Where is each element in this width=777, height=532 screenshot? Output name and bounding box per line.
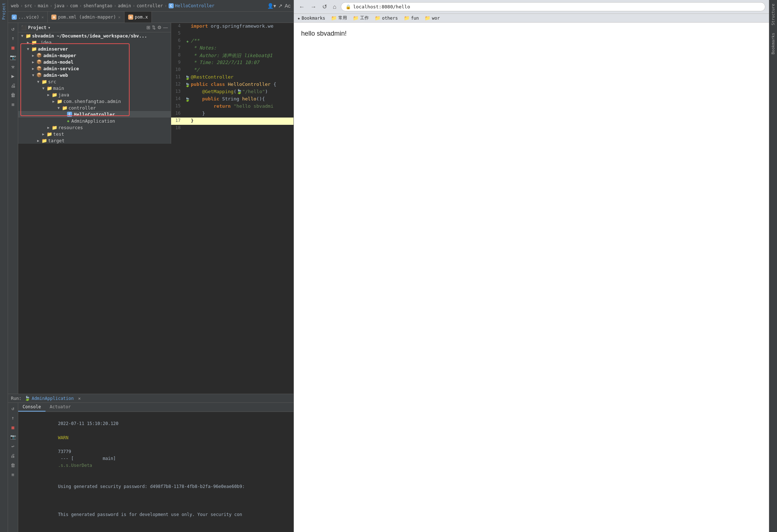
tree-item-controller[interactable]: ▼ 📁 controller — [18, 104, 171, 111]
star-icon: ★ — [297, 16, 300, 21]
tree-header: ⬛ Project ▾ ⊞ ⇅ ⚙ — — [18, 23, 171, 32]
reload-btn[interactable]: ↺ — [321, 3, 328, 11]
tree-item-java[interactable]: ▶ 📁 java — [18, 91, 171, 98]
tree-item-admin-model[interactable]: ▶ 📦 admin-model — [18, 59, 171, 65]
run-settings-btn[interactable]: ≡ — [9, 471, 17, 479]
address-bar[interactable]: 🔒 localhost:8080/hello — [341, 2, 765, 11]
tree-item-admin-service[interactable]: ▶ 📦 admin-service — [18, 65, 171, 72]
run-stop-btn[interactable]: ■ — [9, 423, 17, 431]
run-trash-btn[interactable]: 🗑 — [9, 461, 17, 469]
tree-sort-btn[interactable]: ⇅ — [152, 25, 156, 30]
tree-item-src[interactable]: ▼ 📁 src — [18, 78, 171, 85]
code-line-8: 8 * Author: 涛声依旧 likeboat@1 — [171, 52, 293, 59]
bookmarks-bar: ★ Bookmarks 📁 常用 📁 工作 📁 others 📁 fun 📁 — [294, 14, 769, 23]
run-tab-actuator[interactable]: Actuator — [46, 403, 75, 412]
browser-content: hello sbvadmin! — [294, 23, 769, 532]
lock-icon: 🔒 — [346, 4, 351, 9]
code-editor[interactable]: 4 import org.springframework.we 5 6 ◆ /*… — [171, 23, 293, 394]
structure-label[interactable]: Structure — [770, 0, 777, 29]
build-icon-btn[interactable]: ⚒ — [9, 62, 17, 71]
tree-idea-icon: 📁 — [31, 40, 37, 45]
run-header: Run: 🍃 AdminApplication ✕ — [8, 394, 293, 403]
tree-item-admin-app[interactable]: ◆ AdminApplication — [18, 118, 171, 124]
trash-icon-btn[interactable]: 🗑 — [9, 91, 17, 99]
tab-pom[interactable]: m pom.x — [125, 12, 152, 23]
tree-resources-label: resources — [58, 125, 83, 130]
camera-icon-btn[interactable]: 📷 — [9, 53, 17, 61]
tree-minimize-btn[interactable]: — — [163, 25, 168, 30]
tree-layout-btn[interactable]: ⊞ — [146, 25, 150, 30]
tree-item-resources[interactable]: ▶ 📁 resources — [18, 124, 171, 131]
tree-item-main[interactable]: ▼ 📁 main — [18, 85, 171, 91]
forward-btn[interactable]: → — [309, 3, 318, 11]
person-btn[interactable]: 👤▾ — [267, 3, 276, 9]
tree-mapper-arrow: ▶ — [31, 53, 36, 57]
bookmark-fun[interactable]: 📁 fun — [404, 15, 419, 21]
ai-btn[interactable]: Ac — [285, 3, 291, 9]
code-line-18: 18 — [171, 125, 293, 132]
folder-fun-icon: 📁 — [404, 15, 410, 21]
log-line-2: Using generated security password: d498f… — [21, 476, 291, 497]
back-btn[interactable]: ← — [297, 3, 306, 11]
tab-pom-mapper[interactable]: m pom.xml (admin-mapper) ✕ — [48, 12, 125, 23]
run-screenshot-btn[interactable]: 📷 — [9, 433, 17, 441]
tree-item-admin-mapper[interactable]: ▶ 📦 admin-mapper — [18, 52, 171, 59]
bookmark-wor[interactable]: 📁 wor — [425, 15, 440, 21]
tree-root[interactable]: ▼ 📁 sbvadmin ~/Documents/idea_workspace/… — [18, 32, 171, 39]
up-icon-btn[interactable]: ↑ — [9, 34, 17, 43]
run-console[interactable]: 2022-07-11 15:10:20.120 WARN 73779 --- [… — [18, 412, 293, 532]
bookmark-others[interactable]: 📁 others — [375, 15, 398, 21]
tree-main-icon: 📁 — [47, 86, 52, 91]
tree-java-label: java — [58, 92, 69, 98]
ide-panel: web › src › main › java › com › shenfang… — [8, 0, 294, 532]
tab-pom-mapper-close[interactable]: ✕ — [118, 15, 121, 20]
stop-icon-btn[interactable]: ■ — [9, 43, 17, 52]
run-tab-console[interactable]: Console — [18, 403, 46, 412]
tree-item-adminserver[interactable]: ▼ 📁 adminserver — [18, 45, 171, 52]
list-icon-btn[interactable]: ≡ — [9, 100, 17, 109]
run-label: Run: — [11, 396, 21, 401]
run-close-btn[interactable]: ✕ — [78, 396, 81, 401]
ide-body: ↺ ↑ ■ 📷 ⚒ ▶ 🖨 🗑 ≡ ⬛ Project ▾ — [8, 23, 293, 394]
code-line-14: 14 🍃 public String hello(){ — [171, 96, 293, 103]
bookmark-changyong[interactable]: 📁 常用 — [331, 15, 347, 21]
nav-btn[interactable]: ↗ — [278, 3, 283, 9]
tree-hello-c-icon: C — [67, 112, 72, 117]
run-scroll-up-btn[interactable]: ↑ — [9, 414, 17, 422]
run-icon-btn[interactable]: ▶ — [9, 72, 17, 80]
project-tab[interactable]: Project — [0, 0, 7, 23]
tree-app-label: AdminApplication — [71, 118, 115, 124]
breadcrumb-main: main — [38, 3, 48, 8]
tree-item-admin-web[interactable]: ▼ 📦 admin-web — [18, 72, 171, 78]
print-icon-btn[interactable]: 🖨 — [9, 81, 17, 90]
tree-item-target[interactable]: ▶ 📁 target — [18, 137, 171, 144]
tree-controller-label: controller — [68, 105, 96, 111]
tree-item-idea[interactable]: ▶ 📁 .idea — [18, 39, 171, 45]
bookmarks-label[interactable]: ★ Bookmarks — [297, 16, 325, 21]
home-btn[interactable]: ⌂ — [331, 3, 338, 11]
log-line-3 — [21, 497, 291, 504]
structure-panel: Structure Bookmarks — [769, 0, 777, 532]
bookmark-gongzuo[interactable]: 📁 工作 — [353, 15, 369, 21]
tab-service-close[interactable]: ✕ — [42, 15, 44, 20]
run-panel: Run: 🍃 AdminApplication ✕ ↺ ↑ ■ 📷 ↩ 🖨 🗑 … — [8, 394, 293, 532]
run-restart-btn[interactable]: ↺ — [9, 404, 17, 412]
tab-service[interactable]: c ...vice) ✕ — [8, 12, 48, 23]
run-body: ↺ ↑ ■ 📷 ↩ 🖨 🗑 ≡ Console Actuator — [8, 403, 293, 532]
tree-item-hello-controller[interactable]: C HelloController — [18, 111, 171, 118]
address-url: localhost:8080/hello — [353, 4, 410, 9]
browser-panel: ← → ↺ ⌂ 🔒 localhost:8080/hello ★ Bookmar… — [294, 0, 769, 532]
tree-item-test[interactable]: ▶ 📁 test — [18, 131, 171, 137]
tree-model-arrow: ▶ — [31, 60, 36, 64]
run-app[interactable]: 🍃 AdminApplication — [24, 396, 74, 401]
tree-app-g-icon: ◆ — [67, 119, 70, 123]
tree-settings-btn[interactable]: ⚙ — [157, 25, 162, 30]
run-wrap-btn[interactable]: ↩ — [9, 442, 17, 450]
tab-m-icon-1: m — [51, 15, 56, 20]
tree-web-icon: 📦 — [36, 72, 42, 78]
bookmarks-side-label[interactable]: Bookmarks — [770, 29, 777, 58]
refresh-icon-btn[interactable]: ↺ — [9, 24, 17, 33]
tree-item-package[interactable]: ▶ 📁 com.shenfangtao.admin — [18, 98, 171, 104]
project-title: ⬛ Project ▾ — [21, 25, 51, 30]
run-print-btn[interactable]: 🖨 — [9, 452, 17, 460]
